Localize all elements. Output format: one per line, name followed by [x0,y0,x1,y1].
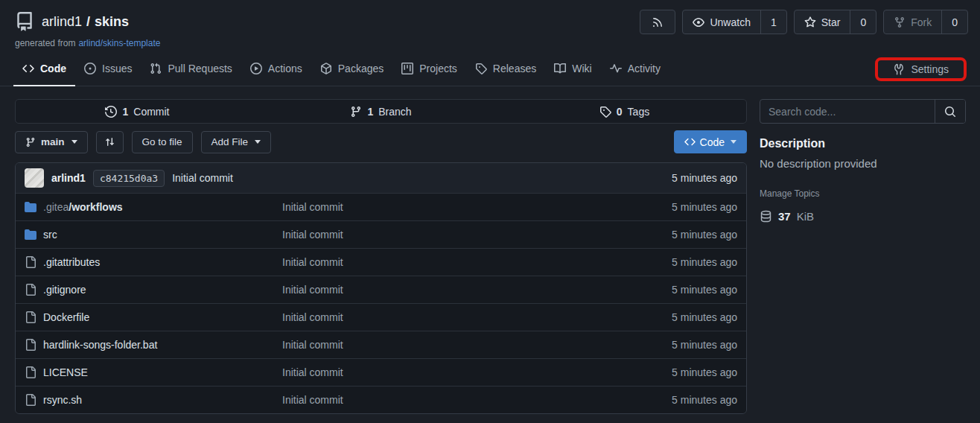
tab-activity[interactable]: Activity [601,52,669,86]
file-name-link[interactable]: Dockerfile [43,311,89,323]
fork-label: Fork [911,16,932,28]
add-file-label: Add File [211,136,249,147]
file-icon [25,339,36,351]
file-table: arlind1 c84215d0a3 Initial commit 5 minu… [15,162,747,414]
current-branch-label: main [41,136,65,147]
file-name-link[interactable]: /workflows [69,201,122,213]
repo-size: 37 KiB [760,210,966,223]
file-age: 5 minutes ago [626,229,737,241]
manage-topics-link[interactable]: Manage Topics [760,188,966,199]
file-name-link[interactable]: src [43,229,57,241]
tab-code[interactable]: Code [13,52,75,86]
compare-button[interactable] [96,131,124,153]
tag-count: 0 [617,106,623,118]
file-name-link[interactable]: hardlink-songs-folder.bat [43,339,157,351]
avatar[interactable] [25,168,44,188]
tools-icon [893,63,905,75]
issue-icon [84,63,96,74]
tag-icon [475,63,487,74]
repo-sidebar: Description No description provided Mana… [760,99,966,414]
repo-book-icon [15,12,34,31]
search-input[interactable] [760,100,935,123]
code-button-label: Code [700,136,725,148]
star-icon [804,16,816,28]
file-commit-message[interactable]: Initial commit [282,256,626,268]
file-name-link[interactable]: .gitignore [43,284,86,296]
latest-commit-row: arlind1 c84215d0a3 Initial commit 5 minu… [16,163,746,193]
tab-actions-label: Actions [268,63,302,74]
tab-settings-label: Settings [911,63,949,75]
code-download-button[interactable]: Code [674,130,747,153]
file-commit-message[interactable]: Initial commit [282,311,626,323]
tab-issues-label: Issues [102,63,132,74]
rss-button[interactable] [640,10,675,34]
file-commit-message[interactable]: Initial commit [282,201,626,213]
tab-packages[interactable]: Packages [311,52,392,86]
search-icon [944,106,956,118]
file-age: 5 minutes ago [626,284,737,296]
file-name-link[interactable]: LICENSE [43,366,88,378]
commit-author-link[interactable]: arlind1 [51,172,86,184]
watch-count[interactable]: 1 [760,10,786,34]
file-icon [25,311,36,323]
tag-icon [599,106,611,118]
branches-stat[interactable]: 1 Branch [259,100,503,123]
tab-code-label: Code [40,63,66,74]
repo-size-unit: KiB [797,210,814,223]
table-row: .gitignore Initial commit 5 minutes ago [16,276,746,303]
code-search [760,99,966,124]
file-commit-message[interactable]: Initial commit [282,394,626,406]
repo-owner-link[interactable]: arlind1 [42,14,82,30]
tab-wiki-label: Wiki [572,63,591,74]
pulse-icon [610,63,622,74]
code-icon [684,136,696,147]
tab-actions[interactable]: Actions [241,52,311,86]
tags-stat[interactable]: 0 Tags [503,100,746,123]
template-link[interactable]: arlind/skins-template [78,38,160,48]
star-count[interactable]: 0 [850,10,876,34]
commit-message-link[interactable]: Initial commit [172,172,233,184]
tab-releases-label: Releases [493,63,536,74]
repo-name-link[interactable]: skins [95,14,129,30]
file-icon [25,366,36,378]
add-file-button[interactable]: Add File [201,131,272,153]
tab-settings[interactable]: Settings [884,63,958,75]
project-icon [401,63,413,74]
commit-age: 5 minutes ago [672,172,737,184]
branch-count: 1 [367,106,373,118]
star-button[interactable]: Star 0 [794,10,876,34]
file-age: 5 minutes ago [626,394,737,406]
table-row: LICENSE Initial commit 5 minutes ago [16,358,746,386]
file-name-link[interactable]: .gitattributes [43,256,100,268]
file-name-prefix[interactable]: .gitea [43,201,69,213]
generated-from: generated fromarlind/skins-template [15,38,965,48]
go-to-file-label: Go to file [142,136,182,147]
commit-hash-link[interactable]: c84215d0a3 [93,170,165,187]
commits-stat[interactable]: 1 Commit [16,100,259,123]
file-icon [25,284,36,296]
compare-icon [104,136,115,147]
file-commit-message[interactable]: Initial commit [282,366,626,378]
file-commit-message[interactable]: Initial commit [282,229,626,241]
pull-request-icon [150,63,162,74]
repo-header: arlind1 / skins generated fromarlind/ski… [0,0,980,48]
tab-releases[interactable]: Releases [466,52,545,86]
description-empty-text: No description provided [760,157,966,170]
tab-pull-requests[interactable]: Pull Requests [141,52,241,86]
generated-from-label: generated from [15,38,75,48]
tab-wiki[interactable]: Wiki [545,52,600,86]
file-commit-message[interactable]: Initial commit [282,284,626,296]
go-to-file-button[interactable]: Go to file [132,131,193,153]
file-name-link[interactable]: rsync.sh [43,394,82,406]
fork-button[interactable]: Fork 0 [883,10,968,34]
branch-selector[interactable]: main [15,131,88,153]
fork-icon [894,16,906,28]
tab-projects[interactable]: Projects [392,52,466,86]
repo-stats-bar: 1 Commit 1 Branch 0 Tags [15,99,747,124]
unwatch-button[interactable]: Unwatch 1 [682,10,786,34]
file-toolbar: main Go to file Add File Code [15,130,747,153]
tab-issues[interactable]: Issues [75,52,141,86]
fork-count[interactable]: 0 [941,10,967,34]
file-commit-message[interactable]: Initial commit [282,339,626,351]
search-button[interactable] [935,100,965,123]
